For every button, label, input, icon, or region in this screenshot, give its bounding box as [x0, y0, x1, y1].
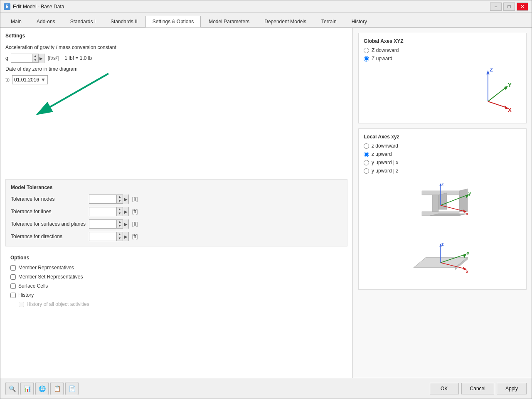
svg-marker-3 — [486, 70, 490, 74]
tolerance-directions-buttons: ▲ ▼ — [116, 232, 123, 241]
close-button[interactable]: ✕ — [517, 2, 528, 11]
tolerance-surfaces-buttons: ▲ ▼ — [116, 220, 123, 228]
gravity-arrow-button[interactable]: ▶ — [38, 54, 44, 63]
toolbar-doc-icon[interactable]: 📄 — [65, 382, 79, 395]
local-y-upward-x-radio[interactable] — [364, 160, 369, 165]
tolerance-surfaces-spinbox[interactable]: 0.00164 ▲ ▼ ▶ — [89, 219, 129, 229]
tolerance-directions-up[interactable]: ▲ — [117, 232, 123, 236]
tab-settings-options[interactable]: Settings & Options — [145, 16, 201, 27]
date-select[interactable]: 01.01.2016 ▼ — [12, 75, 48, 84]
toolbar-data-icon[interactable]: 📊 — [20, 382, 34, 395]
model-tolerances-section: Model Tolerances Tolerance for nodes 0.0… — [5, 179, 347, 246]
tolerance-row-directions: Tolerance for directions 0.00164 ▲ ▼ ▶ [… — [11, 232, 342, 241]
gravity-spinbox[interactable]: 32.17 ▲ ▼ ▶ — [11, 54, 44, 63]
global-z-downward-label: Z downward — [372, 47, 399, 53]
svg-text:z: z — [441, 181, 444, 186]
global-z-downward-radio[interactable] — [364, 48, 369, 53]
cancel-button[interactable]: Cancel — [461, 383, 494, 394]
tab-terrain[interactable]: Terrain — [314, 16, 344, 27]
tolerance-directions-down[interactable]: ▼ — [117, 236, 123, 241]
tab-history[interactable]: History — [345, 16, 374, 27]
local-y-upward-z-radio[interactable] — [364, 168, 369, 174]
tolerance-surfaces-label: Tolerance for surfaces and planes — [11, 221, 86, 227]
minimize-button[interactable]: − — [490, 2, 502, 11]
tab-addons[interactable]: Add-ons — [30, 16, 62, 27]
tolerance-nodes-down[interactable]: ▼ — [117, 199, 123, 203]
option-history-all: History of all object activities — [19, 301, 342, 307]
apply-button[interactable]: Apply — [497, 383, 527, 394]
tolerance-nodes-label: Tolerance for nodes — [11, 196, 86, 202]
option-member-reps-checkbox[interactable] — [10, 265, 16, 271]
tolerance-lines-input[interactable]: 0.00164 — [89, 207, 116, 216]
tolerance-row-surfaces: Tolerance for surfaces and planes 0.0016… — [11, 219, 342, 229]
tolerance-lines-arrow[interactable]: ▶ — [123, 207, 128, 216]
tolerance-nodes-arrow[interactable]: ▶ — [123, 195, 128, 204]
gravity-down-button[interactable]: ▼ — [32, 58, 38, 62]
tolerance-lines-down[interactable]: ▼ — [117, 212, 123, 216]
tolerance-lines-up[interactable]: ▲ — [117, 207, 123, 212]
right-panel: Global Axes XYZ Z downward Z upward Z — [353, 28, 532, 378]
global-axes-visualization: Z Y X — [364, 64, 521, 118]
tolerance-nodes-spinbox[interactable]: 0.00164 ▲ ▼ ▶ — [89, 195, 129, 204]
gravity-up-button[interactable]: ▲ — [32, 54, 38, 58]
local-y-upward-z-label: y upward | z — [372, 168, 398, 174]
local-z-upward-radio[interactable] — [364, 152, 369, 157]
action-buttons: OK Cancel Apply — [430, 383, 527, 394]
toolbar-globe-icon[interactable]: 🌐 — [35, 382, 49, 395]
tolerance-surfaces-up[interactable]: ▲ — [117, 220, 123, 224]
tolerance-directions-spinbox[interactable]: 0.00164 ▲ ▼ ▶ — [89, 232, 129, 241]
svg-text:x: x — [466, 269, 469, 274]
global-axes-svg: Z Y X — [459, 64, 513, 118]
tolerance-lines-label: Tolerance for lines — [11, 209, 86, 214]
svg-text:X: X — [508, 107, 512, 113]
spacer — [5, 88, 347, 179]
tolerance-directions-label: Tolerance for directions — [11, 234, 86, 239]
tolerance-surfaces-arrow[interactable]: ▶ — [123, 219, 128, 229]
local-z-downward-label: z downward — [372, 143, 398, 149]
local-axes-beam-svg: z y x — [401, 180, 484, 230]
svg-text:y: y — [467, 250, 470, 255]
ok-button[interactable]: OK — [430, 383, 459, 394]
local-z-upward-label: z upward — [372, 151, 392, 157]
tab-dependent-models[interactable]: Dependent Models — [257, 16, 313, 27]
tolerance-nodes-unit: [ft] — [132, 196, 138, 202]
window-title: Edit Model - Base Data — [13, 4, 64, 10]
option-surface-cells-checkbox[interactable] — [10, 283, 16, 289]
svg-rect-12 — [432, 195, 438, 212]
svg-marker-16 — [438, 193, 447, 209]
option-member-set-reps-checkbox[interactable] — [10, 274, 16, 280]
option-member-set-reps-label: Member Set Representatives — [18, 274, 83, 280]
tolerance-directions-input[interactable]: 0.00164 — [89, 232, 116, 241]
svg-text:z: z — [441, 241, 444, 246]
gravity-input[interactable]: 32.17 — [11, 54, 32, 62]
left-panel: Settings Acceleration of gravity / mass … — [0, 28, 353, 378]
toolbar-clipboard-icon[interactable]: 📋 — [50, 382, 64, 395]
option-history-all-label: History of all object activities — [27, 301, 89, 307]
tolerance-surfaces-down[interactable]: ▼ — [117, 224, 123, 228]
tab-main[interactable]: Main — [4, 16, 29, 27]
date-description: Date of day zero in time diagram — [5, 66, 347, 72]
option-history-all-checkbox[interactable] — [19, 302, 24, 307]
global-z-upward-radio[interactable] — [364, 56, 369, 62]
global-z-upward-label: Z upward — [372, 56, 392, 62]
maximize-button[interactable]: □ — [503, 2, 515, 11]
svg-line-5 — [488, 87, 507, 101]
tolerance-surfaces-input[interactable]: 0.00164 — [89, 220, 116, 228]
global-axes-section: Global Axes XYZ Z downward Z upward Z — [358, 33, 527, 123]
content-area: Settings Acceleration of gravity / mass … — [0, 28, 532, 378]
tolerance-directions-arrow[interactable]: ▶ — [123, 232, 128, 241]
option-history-checkbox[interactable] — [10, 293, 16, 298]
tolerance-nodes-up[interactable]: ▲ — [117, 195, 123, 199]
settings-section-title: Settings — [5, 33, 347, 40]
local-axes-title: Local Axes xyz — [364, 134, 521, 140]
tab-standards1[interactable]: Standards I — [63, 16, 103, 27]
tolerance-directions-unit: [ft] — [132, 234, 138, 239]
local-z-downward-radio[interactable] — [364, 143, 369, 149]
toolbar-search-icon[interactable]: 🔍 — [5, 382, 19, 395]
tolerance-lines-spinbox[interactable]: 0.00164 ▲ ▼ ▶ — [89, 207, 129, 216]
tolerance-nodes-input[interactable]: 0.00164 — [89, 195, 116, 203]
tab-model-parameters[interactable]: Model Parameters — [202, 16, 256, 27]
tab-standards2[interactable]: Standards II — [103, 16, 145, 27]
local-axes-section: Local Axes xyz z downward z upward y upw… — [358, 128, 527, 290]
tolerance-lines-buttons: ▲ ▼ — [116, 207, 123, 216]
